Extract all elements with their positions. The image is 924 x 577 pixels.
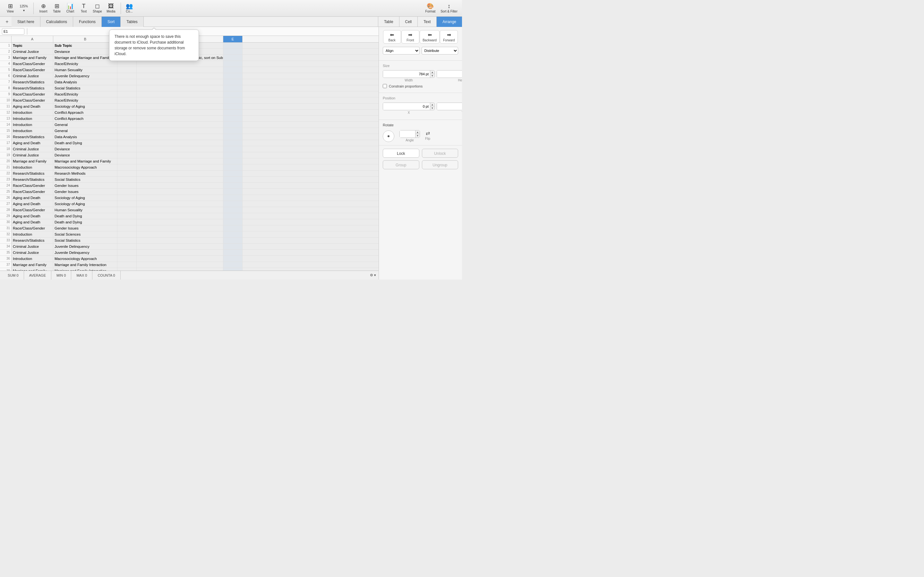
- table-row[interactable]: 17Aging and DeathDeath and Dying: [0, 140, 379, 146]
- shape-button[interactable]: ◻ Shape: [91, 1, 104, 15]
- back-button[interactable]: ⬅ Back: [383, 30, 401, 44]
- cell[interactable]: [137, 103, 223, 109]
- cell[interactable]: Marriage and Family: [11, 55, 53, 61]
- table-row[interactable]: 27Aging and DeathSociology of Aging: [0, 201, 379, 207]
- cell[interactable]: [137, 158, 223, 164]
- cell[interactable]: Juvenile Delinquency: [53, 243, 118, 250]
- tab-cell[interactable]: Cell: [399, 17, 418, 27]
- cell[interactable]: [223, 177, 242, 182]
- cell[interactable]: Juvenile Delinquency: [53, 73, 118, 79]
- cell[interactable]: [223, 79, 242, 85]
- cell[interactable]: Research/Statistics: [11, 237, 53, 243]
- cell[interactable]: [137, 79, 223, 85]
- cell[interactable]: [118, 79, 137, 85]
- table-row[interactable]: 37Marriage and FamilyMarriage and Family…: [0, 262, 379, 268]
- table-row[interactable]: 35Criminal JusticeJuvenile Delinquency: [0, 250, 379, 256]
- table-row[interactable]: 26Aging and DeathSociology of Aging: [0, 195, 379, 201]
- cell[interactable]: [137, 177, 223, 182]
- cell[interactable]: [118, 91, 137, 97]
- cell[interactable]: Introduction: [11, 122, 53, 127]
- cell[interactable]: [223, 158, 242, 164]
- table-button[interactable]: ⊞ Table: [50, 1, 63, 15]
- angle-up-button[interactable]: ▲: [415, 131, 420, 134]
- width-down-button[interactable]: ▼: [430, 74, 435, 77]
- cell[interactable]: Criminal Justice: [11, 73, 53, 79]
- distribute-select[interactable]: Distribute: [422, 47, 459, 55]
- cell[interactable]: [223, 85, 242, 91]
- cell[interactable]: [118, 237, 137, 243]
- front-button[interactable]: ➡ Front: [401, 30, 419, 44]
- cell[interactable]: Introduction: [11, 110, 53, 115]
- cell[interactable]: Aging and Death: [11, 103, 53, 109]
- cell[interactable]: Research Methods: [53, 171, 118, 176]
- cell[interactable]: [137, 262, 223, 268]
- cell[interactable]: Gender Issues: [53, 189, 118, 195]
- cell[interactable]: [118, 97, 137, 103]
- cell[interactable]: Aging and Death: [11, 140, 53, 146]
- cell[interactable]: [223, 213, 242, 219]
- align-select[interactable]: Align: [383, 47, 420, 55]
- ungroup-button[interactable]: Ungroup: [422, 160, 459, 169]
- cell[interactable]: Human Sexuality: [53, 207, 118, 213]
- cell[interactable]: Introduction: [11, 231, 53, 237]
- tab-functions[interactable]: Functions: [73, 17, 102, 27]
- cell[interactable]: [118, 85, 137, 91]
- cell[interactable]: Deviance: [53, 49, 118, 55]
- cell[interactable]: [137, 164, 223, 170]
- cell[interactable]: [223, 122, 242, 127]
- cell[interactable]: [223, 152, 242, 158]
- cell[interactable]: Macrosociology Approach: [53, 164, 118, 170]
- cell[interactable]: [223, 231, 242, 237]
- cell[interactable]: [223, 237, 242, 243]
- table-row[interactable]: 21IntroductionMacrosociology Approach: [0, 164, 379, 171]
- cell[interactable]: Social Statistics: [53, 237, 118, 243]
- tab-table[interactable]: Table: [378, 17, 399, 27]
- cell[interactable]: Marriage and Marriage and Family: [53, 158, 118, 164]
- cell[interactable]: Introduction: [11, 116, 53, 121]
- cell[interactable]: Deviance: [53, 146, 118, 152]
- cell[interactable]: [137, 189, 223, 195]
- col-header-e[interactable]: E: [223, 36, 242, 42]
- cell[interactable]: [118, 213, 137, 219]
- table-row[interactable]: 19Criminal JusticeDeviance: [0, 152, 379, 158]
- cell[interactable]: [118, 122, 137, 127]
- cell[interactable]: Introduction: [11, 164, 53, 170]
- cell[interactable]: [223, 226, 242, 231]
- cell[interactable]: [118, 250, 137, 255]
- cell[interactable]: [118, 67, 137, 73]
- cell[interactable]: Gender Issues: [53, 226, 118, 231]
- cell[interactable]: [118, 268, 137, 271]
- cell[interactable]: [137, 219, 223, 225]
- cell[interactable]: [118, 61, 137, 67]
- cell[interactable]: [223, 250, 242, 255]
- tab-text[interactable]: Text: [417, 17, 436, 27]
- table-row[interactable]: 11Aging and DeathSociology of Aging: [0, 103, 379, 110]
- x-up-button[interactable]: ▲: [430, 103, 435, 106]
- cell[interactable]: [223, 268, 242, 271]
- angle-input[interactable]: [400, 131, 415, 137]
- cell[interactable]: [118, 256, 137, 261]
- cell[interactable]: [118, 195, 137, 201]
- table-row[interactable]: 25Race/Class/GenderGender Issues: [0, 189, 379, 195]
- cell[interactable]: Social Statistics: [53, 85, 118, 91]
- lock-button[interactable]: Lock: [383, 149, 419, 158]
- cell[interactable]: [223, 140, 242, 146]
- table-row[interactable]: 24Race/Class/GenderGender Issues: [0, 183, 379, 189]
- cell[interactable]: [118, 189, 137, 195]
- col-header-a[interactable]: A: [11, 36, 53, 42]
- flip-button[interactable]: ⇄ Flip: [425, 130, 430, 142]
- cell[interactable]: [223, 189, 242, 195]
- cell[interactable]: [118, 103, 137, 109]
- cell[interactable]: [223, 219, 242, 225]
- cell[interactable]: [223, 134, 242, 140]
- cell[interactable]: Criminal Justice: [11, 49, 53, 55]
- table-row[interactable]: 6Criminal JusticeJuvenile Delinquency: [0, 73, 379, 79]
- cell[interactable]: [137, 256, 223, 261]
- col-header-b[interactable]: B: [53, 36, 118, 42]
- table-row[interactable]: 23Research/StatisticsSocial Statistics: [0, 177, 379, 183]
- table-row[interactable]: 15IntroductionGeneral: [0, 128, 379, 134]
- cell[interactable]: [118, 201, 137, 207]
- cell[interactable]: General: [53, 128, 118, 134]
- table-row[interactable]: 31Race/Class/GenderGender Issues: [0, 226, 379, 231]
- cell[interactable]: Aging and Death: [11, 219, 53, 225]
